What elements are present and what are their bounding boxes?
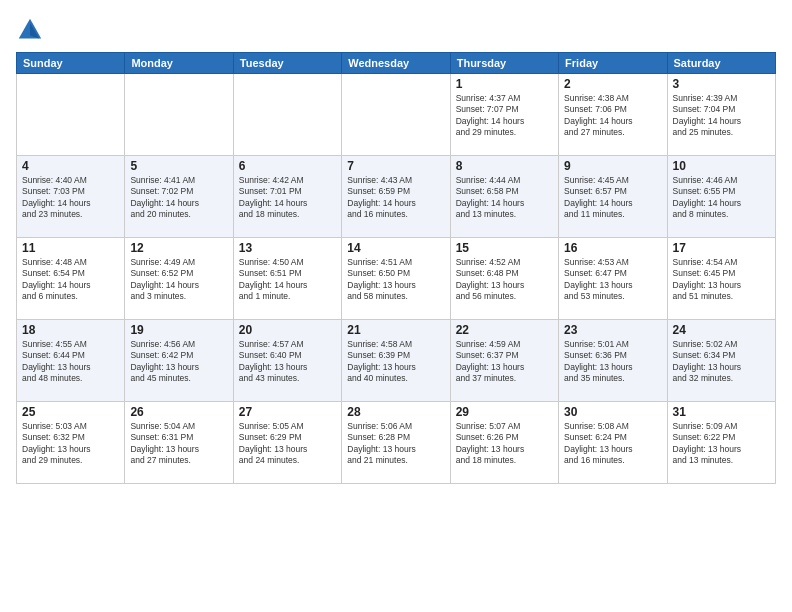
day-info: Sunrise: 4:44 AMSunset: 6:58 PMDaylight:…	[456, 175, 553, 221]
day-number: 2	[564, 77, 661, 91]
day-info: Sunrise: 4:38 AMSunset: 7:06 PMDaylight:…	[564, 93, 661, 139]
day-info: Sunrise: 5:03 AMSunset: 6:32 PMDaylight:…	[22, 421, 119, 467]
day-number: 23	[564, 323, 661, 337]
day-number: 15	[456, 241, 553, 255]
calendar-cell	[342, 74, 450, 156]
weekday-header-friday: Friday	[559, 53, 667, 74]
calendar-cell	[125, 74, 233, 156]
calendar-cell: 30Sunrise: 5:08 AMSunset: 6:24 PMDayligh…	[559, 402, 667, 484]
calendar-cell: 26Sunrise: 5:04 AMSunset: 6:31 PMDayligh…	[125, 402, 233, 484]
calendar-cell: 14Sunrise: 4:51 AMSunset: 6:50 PMDayligh…	[342, 238, 450, 320]
day-info: Sunrise: 5:09 AMSunset: 6:22 PMDaylight:…	[673, 421, 770, 467]
week-row-4: 25Sunrise: 5:03 AMSunset: 6:32 PMDayligh…	[17, 402, 776, 484]
weekday-header-row: SundayMondayTuesdayWednesdayThursdayFrid…	[17, 53, 776, 74]
calendar-cell: 21Sunrise: 4:58 AMSunset: 6:39 PMDayligh…	[342, 320, 450, 402]
day-number: 13	[239, 241, 336, 255]
day-number: 7	[347, 159, 444, 173]
day-info: Sunrise: 4:53 AMSunset: 6:47 PMDaylight:…	[564, 257, 661, 303]
day-number: 3	[673, 77, 770, 91]
day-info: Sunrise: 4:56 AMSunset: 6:42 PMDaylight:…	[130, 339, 227, 385]
day-number: 6	[239, 159, 336, 173]
week-row-2: 11Sunrise: 4:48 AMSunset: 6:54 PMDayligh…	[17, 238, 776, 320]
day-info: Sunrise: 4:59 AMSunset: 6:37 PMDaylight:…	[456, 339, 553, 385]
day-info: Sunrise: 4:40 AMSunset: 7:03 PMDaylight:…	[22, 175, 119, 221]
day-number: 19	[130, 323, 227, 337]
day-info: Sunrise: 5:06 AMSunset: 6:28 PMDaylight:…	[347, 421, 444, 467]
calendar-cell: 24Sunrise: 5:02 AMSunset: 6:34 PMDayligh…	[667, 320, 775, 402]
calendar-cell: 20Sunrise: 4:57 AMSunset: 6:40 PMDayligh…	[233, 320, 341, 402]
calendar-cell: 19Sunrise: 4:56 AMSunset: 6:42 PMDayligh…	[125, 320, 233, 402]
logo	[16, 16, 48, 44]
calendar-cell: 4Sunrise: 4:40 AMSunset: 7:03 PMDaylight…	[17, 156, 125, 238]
calendar-cell: 17Sunrise: 4:54 AMSunset: 6:45 PMDayligh…	[667, 238, 775, 320]
calendar-cell: 22Sunrise: 4:59 AMSunset: 6:37 PMDayligh…	[450, 320, 558, 402]
calendar-cell: 29Sunrise: 5:07 AMSunset: 6:26 PMDayligh…	[450, 402, 558, 484]
calendar-cell: 31Sunrise: 5:09 AMSunset: 6:22 PMDayligh…	[667, 402, 775, 484]
day-number: 10	[673, 159, 770, 173]
day-info: Sunrise: 4:46 AMSunset: 6:55 PMDaylight:…	[673, 175, 770, 221]
day-info: Sunrise: 5:04 AMSunset: 6:31 PMDaylight:…	[130, 421, 227, 467]
week-row-0: 1Sunrise: 4:37 AMSunset: 7:07 PMDaylight…	[17, 74, 776, 156]
day-number: 21	[347, 323, 444, 337]
day-info: Sunrise: 4:45 AMSunset: 6:57 PMDaylight:…	[564, 175, 661, 221]
day-info: Sunrise: 4:48 AMSunset: 6:54 PMDaylight:…	[22, 257, 119, 303]
day-number: 27	[239, 405, 336, 419]
day-number: 22	[456, 323, 553, 337]
day-info: Sunrise: 4:41 AMSunset: 7:02 PMDaylight:…	[130, 175, 227, 221]
week-row-3: 18Sunrise: 4:55 AMSunset: 6:44 PMDayligh…	[17, 320, 776, 402]
day-number: 17	[673, 241, 770, 255]
weekday-header-wednesday: Wednesday	[342, 53, 450, 74]
day-info: Sunrise: 4:54 AMSunset: 6:45 PMDaylight:…	[673, 257, 770, 303]
calendar-cell: 28Sunrise: 5:06 AMSunset: 6:28 PMDayligh…	[342, 402, 450, 484]
calendar-cell: 1Sunrise: 4:37 AMSunset: 7:07 PMDaylight…	[450, 74, 558, 156]
day-info: Sunrise: 5:08 AMSunset: 6:24 PMDaylight:…	[564, 421, 661, 467]
calendar: SundayMondayTuesdayWednesdayThursdayFrid…	[16, 52, 776, 484]
weekday-header-sunday: Sunday	[17, 53, 125, 74]
calendar-cell: 27Sunrise: 5:05 AMSunset: 6:29 PMDayligh…	[233, 402, 341, 484]
calendar-cell	[17, 74, 125, 156]
day-number: 16	[564, 241, 661, 255]
calendar-cell: 12Sunrise: 4:49 AMSunset: 6:52 PMDayligh…	[125, 238, 233, 320]
day-number: 11	[22, 241, 119, 255]
day-number: 30	[564, 405, 661, 419]
day-info: Sunrise: 4:42 AMSunset: 7:01 PMDaylight:…	[239, 175, 336, 221]
day-number: 20	[239, 323, 336, 337]
day-info: Sunrise: 4:37 AMSunset: 7:07 PMDaylight:…	[456, 93, 553, 139]
day-info: Sunrise: 4:51 AMSunset: 6:50 PMDaylight:…	[347, 257, 444, 303]
day-number: 24	[673, 323, 770, 337]
calendar-cell: 9Sunrise: 4:45 AMSunset: 6:57 PMDaylight…	[559, 156, 667, 238]
day-number: 1	[456, 77, 553, 91]
day-info: Sunrise: 4:58 AMSunset: 6:39 PMDaylight:…	[347, 339, 444, 385]
calendar-cell: 16Sunrise: 4:53 AMSunset: 6:47 PMDayligh…	[559, 238, 667, 320]
calendar-cell: 11Sunrise: 4:48 AMSunset: 6:54 PMDayligh…	[17, 238, 125, 320]
logo-icon	[16, 16, 44, 44]
day-info: Sunrise: 5:02 AMSunset: 6:34 PMDaylight:…	[673, 339, 770, 385]
page: SundayMondayTuesdayWednesdayThursdayFrid…	[0, 0, 792, 612]
day-number: 25	[22, 405, 119, 419]
calendar-cell: 25Sunrise: 5:03 AMSunset: 6:32 PMDayligh…	[17, 402, 125, 484]
weekday-header-monday: Monday	[125, 53, 233, 74]
day-info: Sunrise: 4:52 AMSunset: 6:48 PMDaylight:…	[456, 257, 553, 303]
day-number: 14	[347, 241, 444, 255]
day-info: Sunrise: 5:05 AMSunset: 6:29 PMDaylight:…	[239, 421, 336, 467]
day-info: Sunrise: 5:01 AMSunset: 6:36 PMDaylight:…	[564, 339, 661, 385]
day-info: Sunrise: 4:43 AMSunset: 6:59 PMDaylight:…	[347, 175, 444, 221]
day-number: 18	[22, 323, 119, 337]
week-row-1: 4Sunrise: 4:40 AMSunset: 7:03 PMDaylight…	[17, 156, 776, 238]
day-number: 9	[564, 159, 661, 173]
calendar-cell: 23Sunrise: 5:01 AMSunset: 6:36 PMDayligh…	[559, 320, 667, 402]
calendar-cell: 8Sunrise: 4:44 AMSunset: 6:58 PMDaylight…	[450, 156, 558, 238]
day-info: Sunrise: 4:49 AMSunset: 6:52 PMDaylight:…	[130, 257, 227, 303]
calendar-cell: 15Sunrise: 4:52 AMSunset: 6:48 PMDayligh…	[450, 238, 558, 320]
weekday-header-saturday: Saturday	[667, 53, 775, 74]
calendar-cell: 7Sunrise: 4:43 AMSunset: 6:59 PMDaylight…	[342, 156, 450, 238]
calendar-cell: 5Sunrise: 4:41 AMSunset: 7:02 PMDaylight…	[125, 156, 233, 238]
calendar-cell: 18Sunrise: 4:55 AMSunset: 6:44 PMDayligh…	[17, 320, 125, 402]
calendar-cell: 3Sunrise: 4:39 AMSunset: 7:04 PMDaylight…	[667, 74, 775, 156]
day-number: 5	[130, 159, 227, 173]
calendar-cell	[233, 74, 341, 156]
calendar-cell: 13Sunrise: 4:50 AMSunset: 6:51 PMDayligh…	[233, 238, 341, 320]
weekday-header-thursday: Thursday	[450, 53, 558, 74]
weekday-header-tuesday: Tuesday	[233, 53, 341, 74]
day-info: Sunrise: 4:39 AMSunset: 7:04 PMDaylight:…	[673, 93, 770, 139]
